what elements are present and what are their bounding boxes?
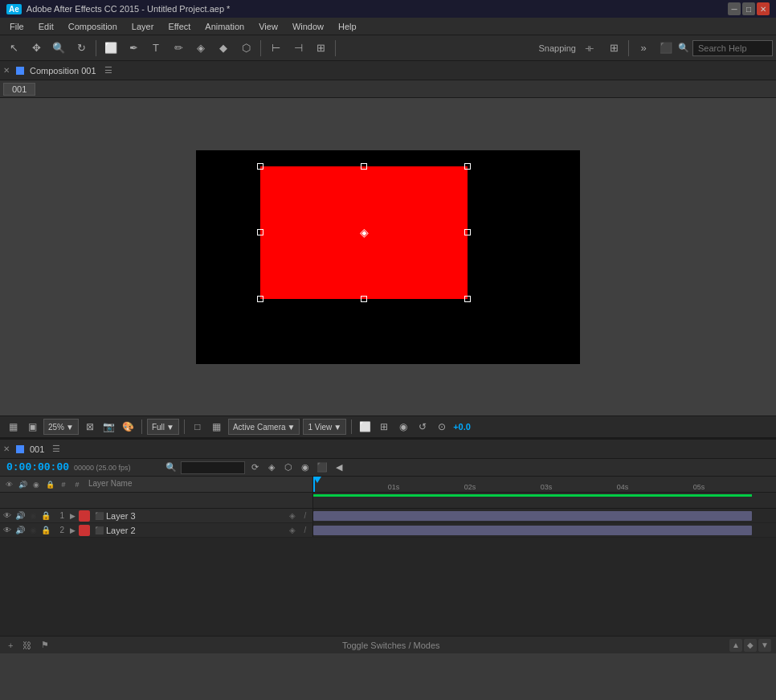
comp-tab-close[interactable]: ✕ (3, 66, 10, 75)
minimize-button[interactable]: ─ (728, 2, 741, 15)
vc-grid-btn[interactable]: ▦ (5, 419, 21, 435)
menu-edit[interactable]: Edit (32, 20, 60, 33)
zoom-dropdown[interactable]: 25% ▼ (43, 419, 79, 435)
tool-clone[interactable]: ◈ (190, 38, 211, 59)
red-solid-layer[interactable]: ◈ (260, 166, 468, 299)
tool-zoom[interactable]: 🔍 (48, 38, 69, 59)
footer-nav-down[interactable]: ▼ (758, 639, 771, 652)
handle-top-center[interactable] (361, 163, 367, 170)
menu-effect[interactable]: Effect (161, 20, 197, 33)
snapping-toggle[interactable]: ⟛ (579, 38, 600, 59)
footer-nav-mid[interactable]: ◆ (744, 639, 757, 652)
menu-window[interactable]: Window (286, 20, 330, 33)
tool-pen[interactable]: ✒ (123, 38, 144, 59)
layer-2-lock[interactable]: 🔒 (40, 525, 51, 536)
viewer-controls: ▦ ▣ 25% ▼ ⊠ 📷 🎨 Full ▼ □ ▦ Active Camera… (0, 415, 776, 438)
comp-tab-menu[interactable]: ☰ (104, 65, 112, 76)
layer-2-audio[interactable]: 🔊 (14, 525, 26, 536)
timeline-tab-close[interactable]: ✕ (3, 444, 10, 453)
timeline-ruler[interactable]: 01s 02s 03s 04s 05s (313, 477, 776, 492)
layer-1-solo[interactable]: ◉ (27, 510, 39, 522)
vc-comp-size-btn[interactable]: ⬜ (357, 419, 373, 435)
tool-text[interactable]: T (145, 38, 166, 59)
vc-color-btn[interactable]: 🎨 (120, 419, 137, 435)
handle-bottom-left[interactable] (257, 296, 263, 302)
menu-layer[interactable]: Layer (125, 20, 161, 33)
footer-flag-btn[interactable]: ⚑ (38, 640, 52, 650)
capture-btn[interactable]: ⬛ (656, 38, 676, 59)
handle-bottom-center[interactable] (361, 296, 367, 302)
handle-bottom-right[interactable] (464, 296, 471, 302)
menu-composition[interactable]: Composition (62, 20, 124, 33)
timeline-tool-2[interactable]: ◈ (264, 461, 279, 475)
vc-share-btn[interactable]: ⊙ (434, 419, 450, 435)
tool-puppet[interactable]: ⬡ (235, 38, 256, 59)
comp-sub-tab-001[interactable]: 001 (3, 83, 35, 96)
search-timeline-btn[interactable]: 🔍 (164, 461, 178, 475)
footer-nav-up[interactable]: ▲ (729, 639, 742, 652)
layer-1-bar[interactable] (313, 511, 752, 521)
search-input[interactable] (692, 40, 773, 56)
ruler-label-5s: 05s (693, 483, 705, 491)
tool-rotate[interactable]: ↻ (71, 38, 92, 59)
layer-2-expand[interactable]: ▶ (67, 525, 77, 536)
app-logo: Ae (6, 4, 22, 14)
vc-snapshot-btn[interactable]: 📷 (101, 419, 117, 435)
layer-1-switch-2[interactable]: / (300, 510, 311, 522)
handle-top-right[interactable] (464, 163, 471, 170)
vc-reset-btn[interactable]: ↺ (415, 419, 431, 435)
views-dropdown[interactable]: 1 View ▼ (303, 419, 346, 435)
layer-2-visibility[interactable]: 👁 (2, 525, 13, 536)
layer-2-switch-1[interactable]: ◈ (287, 525, 298, 536)
layer-2-switch-2[interactable]: / (300, 525, 311, 536)
footer-add-btn[interactable]: + (5, 641, 16, 650)
menu-animation[interactable]: Animation (198, 20, 251, 33)
maximize-button[interactable]: □ (742, 2, 755, 15)
timeline-tool-3[interactable]: ⬡ (281, 461, 296, 475)
handle-top-left[interactable] (257, 163, 263, 170)
vc-safe-zones-btn[interactable]: ▣ (24, 419, 40, 435)
timeline-tool-1[interactable]: ⟳ (247, 461, 262, 475)
vc-grid2-btn[interactable]: ⊞ (376, 419, 392, 435)
timeline-tool-4[interactable]: ◉ (298, 461, 312, 475)
ruler-label-1s: 01s (388, 483, 400, 491)
layer-search-input[interactable] (181, 461, 245, 474)
layer-1-audio[interactable]: 🔊 (14, 510, 26, 522)
tool-align-center[interactable]: ⊣ (288, 38, 308, 59)
timeline-footer: + ⛓ ⚑ Toggle Switches / Modes ▲ ◆ ▼ (0, 636, 776, 653)
handle-middle-right[interactable] (464, 229, 471, 235)
work-area-bar[interactable] (313, 494, 752, 497)
more-tools-btn[interactable]: » (633, 38, 654, 59)
layer-1-switch-1[interactable]: ◈ (287, 510, 298, 522)
layer-2-bar[interactable] (313, 526, 752, 535)
close-button[interactable]: ✕ (757, 2, 770, 15)
timeline-tab-menu[interactable]: ☰ (52, 444, 60, 454)
tool-align-left[interactable]: ⊢ (265, 38, 286, 59)
menu-view[interactable]: View (252, 20, 284, 33)
views-dropdown-icon: ▼ (333, 423, 341, 432)
timeline-tool-5[interactable]: ⬛ (315, 461, 329, 475)
tool-rect[interactable]: ⬜ (100, 38, 121, 59)
layer-1-visibility[interactable]: 👁 (2, 510, 13, 522)
vc-3d-btn[interactable]: ◉ (395, 419, 411, 435)
tool-eraser[interactable]: ◆ (213, 38, 234, 59)
menu-file[interactable]: File (3, 20, 31, 33)
tool-align-distribute[interactable]: ⊞ (310, 38, 331, 59)
tool-paint[interactable]: ✏ (168, 38, 189, 59)
layer-1-lock[interactable]: 🔒 (40, 510, 51, 522)
tool-move[interactable]: ✥ (26, 38, 47, 59)
snapping-expand[interactable]: ⊞ (603, 38, 624, 59)
footer-link-btn[interactable]: ⛓ (19, 641, 35, 650)
menu-help[interactable]: Help (332, 20, 363, 33)
vc-fit-btn[interactable]: ⊠ (82, 419, 98, 435)
quality-dropdown[interactable]: Full ▼ (147, 419, 179, 435)
timeline-tool-6[interactable]: ◀ (332, 461, 346, 475)
tool-select[interactable]: ↖ (3, 38, 24, 59)
vc-transparency-btn[interactable]: ▦ (209, 419, 225, 435)
layer-2-solo[interactable]: ◉ (27, 525, 39, 536)
toolbar-separator-1 (96, 40, 96, 56)
camera-dropdown[interactable]: Active Camera ▼ (228, 419, 300, 435)
vc-region-btn[interactable]: □ (190, 419, 206, 435)
layer-1-expand[interactable]: ▶ (67, 510, 77, 522)
handle-middle-left[interactable] (257, 229, 263, 235)
